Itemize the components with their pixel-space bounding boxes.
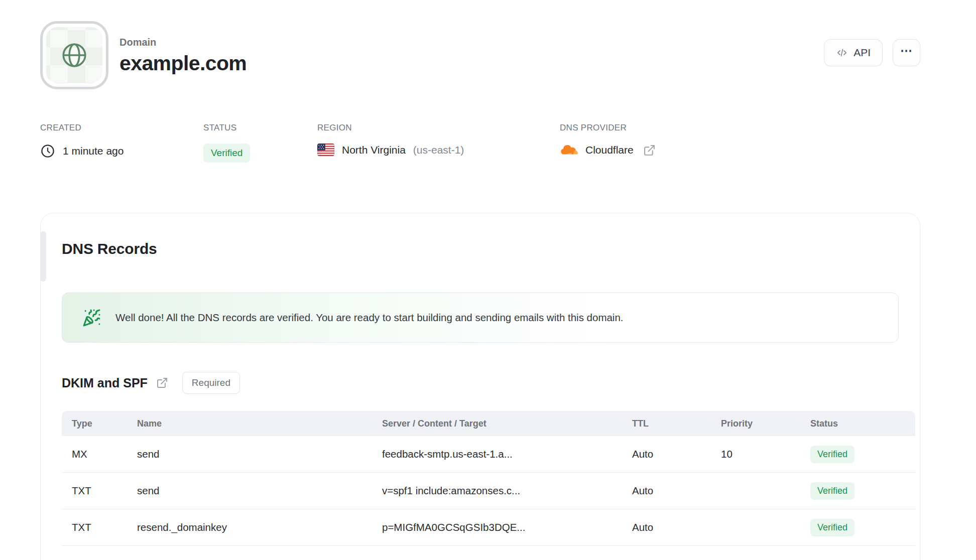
dns-records-table: Type Name Server / Content / Target TTL … (62, 411, 915, 546)
dns-records-card: DNS Records Well done! All the DNS recor… (40, 213, 920, 560)
avatar-checkerboard (46, 27, 102, 83)
party-popper-icon (82, 309, 101, 327)
api-button-label: API (853, 47, 871, 59)
page-eyebrow: Domain (119, 37, 247, 48)
column-header-content: Server / Content / Target (382, 418, 632, 429)
status-badge: Verified (203, 144, 250, 163)
ellipsis-icon: ⋯ (900, 44, 913, 58)
cell-type: TXT (72, 521, 137, 533)
dkim-spf-section-header: DKIM and SPF Required (62, 372, 899, 394)
created-label: CREATED (40, 123, 203, 133)
column-header-priority: Priority (721, 418, 810, 429)
cell-content: v=spf1 include:amazonses.c... (382, 485, 632, 497)
region-label: REGION (317, 123, 560, 133)
success-banner-message: Well done! All the DNS records are verif… (115, 312, 624, 324)
cell-status: Verified (810, 519, 915, 536)
status-label: STATUS (203, 123, 317, 133)
dns-provider-label: DNS PROVIDER (560, 123, 656, 133)
required-badge: Required (182, 372, 240, 394)
cell-name: resend._domainkey (137, 521, 382, 533)
cell-status: Verified (810, 482, 915, 500)
meta-region: REGION (317, 123, 560, 163)
title-block: Domain example.com (119, 36, 247, 75)
header-actions: API ⋯ (824, 39, 920, 66)
column-header-status: Status (810, 418, 915, 429)
table-header-row: Type Name Server / Content / Target TTL … (62, 411, 915, 436)
cell-content: feedback-smtp.us-east-1.a... (382, 448, 632, 460)
page-header: Domain example.com API ⋯ (40, 21, 920, 89)
domain-avatar (40, 21, 108, 89)
cloudflare-icon (560, 144, 578, 157)
meta-status: STATUS Verified (203, 123, 317, 163)
domain-meta-row: CREATED 1 minute ago STATUS Verified REG… (40, 123, 920, 163)
page-title: example.com (119, 52, 247, 75)
page-content: Domain example.com API ⋯ CREATED (40, 21, 920, 560)
status-badge: Verified (810, 446, 855, 463)
dkim-spf-title: DKIM and SPF (62, 376, 148, 390)
dns-provider-value-row: Cloudflare (560, 144, 656, 157)
card-scroll-indicator (40, 231, 46, 282)
cell-ttl: Auto (632, 521, 721, 533)
table-row: TXT resend._domainkey p=MIGfMA0GCSqGSIb3… (62, 509, 915, 546)
table-row: TXT send v=spf1 include:amazonses.c... A… (62, 473, 915, 509)
cell-ttl: Auto (632, 485, 721, 497)
status-value-row: Verified (203, 144, 317, 163)
region-value-row: North Virginia (us-east-1) (317, 144, 560, 156)
external-link-icon[interactable] (156, 377, 168, 389)
api-button[interactable]: API (824, 39, 883, 66)
clock-icon (40, 144, 55, 159)
code-icon (836, 47, 848, 59)
us-flag-icon (317, 144, 334, 156)
cell-type: TXT (72, 485, 137, 497)
domain-identity: Domain example.com (40, 21, 247, 89)
status-badge: Verified (810, 519, 855, 536)
meta-created: CREATED 1 minute ago (40, 123, 203, 163)
cell-name: send (137, 448, 382, 460)
cell-type: MX (72, 448, 137, 460)
dns-provider-value: Cloudflare (585, 144, 634, 156)
dns-records-heading: DNS Records (62, 240, 899, 257)
external-link-icon[interactable] (643, 144, 656, 157)
cell-content: p=MIGfMA0GCSqGSIb3DQE... (382, 521, 632, 533)
status-badge: Verified (810, 482, 855, 500)
success-banner: Well done! All the DNS records are verif… (62, 293, 899, 343)
domain-detail-page: Domain example.com API ⋯ CREATED (0, 0, 976, 560)
table-row: MX send feedback-smtp.us-east-1.a... Aut… (62, 436, 915, 473)
column-header-type: Type (72, 418, 137, 429)
created-value: 1 minute ago (63, 145, 124, 157)
created-value-row: 1 minute ago (40, 144, 203, 159)
more-options-button[interactable]: ⋯ (893, 39, 920, 66)
region-code: (us-east-1) (413, 144, 464, 156)
cell-status: Verified (810, 446, 915, 463)
column-header-ttl: TTL (632, 418, 721, 429)
cell-name: send (137, 485, 382, 497)
cell-priority: 10 (721, 448, 810, 460)
region-value: North Virginia (342, 144, 406, 156)
column-header-name: Name (137, 418, 382, 429)
meta-dns-provider: DNS PROVIDER Cloudflare (560, 123, 656, 163)
cell-ttl: Auto (632, 448, 721, 460)
globe-icon (60, 41, 89, 70)
